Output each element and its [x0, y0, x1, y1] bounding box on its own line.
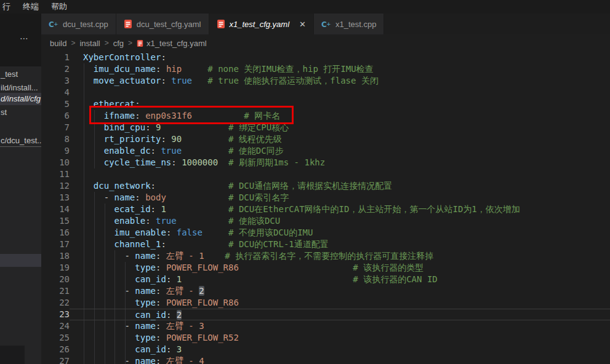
- code-text: enable: true # 使能该DCU: [83, 215, 610, 227]
- code-token: 3: [177, 344, 182, 354]
- code-token: :: [166, 344, 177, 354]
- code-token: type: [135, 333, 156, 342]
- line-content: dcu_network: # DCU通信网络，请根据实机连接情况配置: [70, 180, 610, 192]
- menu-item-1[interactable]: 终端: [17, 0, 45, 14]
- breadcrumb-segment-cfg[interactable]: cfg: [113, 39, 124, 48]
- code-line-22[interactable]: 22 type: POWER_FLOW_R86: [41, 297, 610, 309]
- tab-dcu_test.cpp[interactable]: C++dcu_test.cpp: [41, 14, 116, 34]
- code-line-6[interactable]: 6 ifname: enp0s31f6 # 网卡名: [41, 110, 610, 122]
- code-text: can_id: 1 # 该执行器的CAN ID: [83, 274, 610, 285]
- code-line-25[interactable]: 25 type: POWER_FLOW_R52: [41, 332, 610, 344]
- more-actions-icon[interactable]: ⋯: [20, 33, 29, 43]
- code-line-15[interactable]: 15 enable: true # 使能该DCU: [41, 215, 610, 227]
- code-text: - name: 左臂 - 2: [83, 285, 610, 297]
- sidebar-item-4[interactable]: c/dcu_test...: [0, 135, 41, 147]
- code-token: -: [124, 286, 135, 296]
- code-line-5[interactable]: 5 ethercat:: [41, 98, 610, 110]
- code-line-21[interactable]: 21 - name: 左臂 - 2: [41, 285, 610, 297]
- code-line-24[interactable]: 24 - name: 左臂 - 3: [41, 320, 610, 332]
- code-line-27[interactable]: 27 - name: 左臂 - 4: [41, 355, 610, 364]
- breadcrumb-segment-build[interactable]: build: [50, 39, 66, 48]
- code-line-16[interactable]: 16 imu_enable: false # 不使用该DCU的IMU: [41, 227, 610, 239]
- code-token: [83, 111, 104, 121]
- code-line-8[interactable]: 8 rt_priority: 90 # 线程优先级: [41, 133, 610, 145]
- code-line-12[interactable]: 12 dcu_network: # DCU通信网络，请根据实机连接情况配置: [41, 180, 610, 192]
- code-token: [83, 76, 94, 85]
- code-line-13[interactable]: 13 - name: body # DCU索引名字: [41, 192, 610, 204]
- line-content: [70, 87, 610, 98]
- code-token: :: [166, 274, 177, 284]
- sidebar-item-2[interactable]: d/install/cfg: [0, 93, 41, 105]
- code-token: [83, 310, 135, 320]
- code-text: - name: 左臂 - 3: [83, 320, 610, 332]
- code-token: :: [161, 52, 166, 62]
- code-line-26[interactable]: 26 can_id: 3: [41, 344, 610, 355]
- code-token: :: [161, 134, 171, 144]
- breadcrumb-file[interactable]: x1_test_cfg.yaml: [137, 39, 207, 48]
- code-token: # 不使用该DCU的IMU: [228, 228, 313, 237]
- line-number: 13: [41, 192, 70, 204]
- tab-dcu_test_cfg.yaml[interactable]: dcu_test_cfg.yaml: [116, 14, 209, 34]
- code-line-10[interactable]: 10 cycle_time_ns: 1000000 # 刷新周期1ms - 1k…: [41, 157, 610, 168]
- code-text: ecat_id: 1 # DCU在EtherCAT网络中的ID，从主站开始，第一…: [83, 204, 610, 215]
- tab-x1_test_cfg.yaml[interactable]: x1_test_cfg.yaml✕: [209, 14, 314, 34]
- menu-item-2[interactable]: 帮助: [45, 0, 73, 14]
- line-number: 8: [41, 133, 70, 145]
- line-content: can_id: 2: [70, 309, 610, 320]
- code-line-19[interactable]: 19 type: POWER_FLOW_R86 # 该执行器的类型: [41, 262, 610, 274]
- code-token: 1000000: [182, 157, 218, 167]
- code-line-18[interactable]: 18 - name: 左臂 - 1 # 执行器索引名字，不需要控制的执行器可直接…: [41, 250, 610, 262]
- line-content: type: POWER_FLOW_R52: [70, 332, 610, 344]
- tab-x1_test.cpp[interactable]: C++x1_test.cpp: [314, 14, 385, 34]
- code-line-9[interactable]: 9 enable_dc: true # 使能DC同步: [41, 145, 610, 157]
- menu-bar: 行终端帮助: [0, 0, 610, 14]
- code-token: POWER_FLOW_R86: [166, 298, 239, 307]
- code-text: imu_dcu_name: hip # none 关闭IMU检查，hip 打开I…: [83, 63, 610, 75]
- code-token: 1: [161, 204, 166, 214]
- code-token: name: [135, 286, 156, 296]
- close-icon[interactable]: ✕: [299, 20, 306, 29]
- line-content: bind_cpu: 9 # 绑定CPU核心: [70, 122, 610, 133]
- tab-label: x1_test_cfg.yaml: [230, 20, 290, 29]
- code-token: [83, 216, 114, 226]
- code-token: [239, 263, 353, 272]
- line-content: ecat_id: 1 # DCU在EtherCAT网络中的ID，从主站开始，第一…: [70, 204, 610, 215]
- code-token: move_actuator: [94, 76, 161, 85]
- line-number: 11: [41, 168, 70, 180]
- sidebar-item-0[interactable]: _test: [0, 68, 41, 81]
- code-token: # none 关闭IMU检查，hip 打开IMU检查: [207, 64, 373, 74]
- code-token: :: [151, 181, 156, 191]
- code-token: 左臂 - 4: [166, 356, 204, 364]
- code-token: 2: [177, 310, 182, 320]
- tab-label: x1_test.cpp: [335, 20, 377, 29]
- code-line-7[interactable]: 7 bind_cpu: 9 # 绑定CPU核心: [41, 122, 610, 133]
- sidebar-item-1[interactable]: ild/install...: [0, 82, 41, 94]
- code-text: - name: 左臂 - 1 # 执行器索引名字，不需要控制的执行器可直接注释掉: [83, 250, 610, 262]
- code-text: - name: 左臂 - 4: [83, 355, 610, 364]
- code-token: channel_1: [114, 239, 161, 249]
- tab-label: dcu_test.cpp: [63, 20, 108, 29]
- code-line-17[interactable]: 17 channel_1: # DCU的CTRL-1通道配置: [41, 239, 610, 250]
- code-token: [83, 263, 135, 272]
- code-line-14[interactable]: 14 ecat_id: 1 # DCU在EtherCAT网络中的ID，从主站开始…: [41, 204, 610, 215]
- code-line-4[interactable]: 4: [41, 87, 610, 98]
- code-token: # 绑定CPU核心: [228, 122, 289, 132]
- code-line-3[interactable]: 3 move_actuator: true # true 使能执行器运动测试，f…: [41, 75, 610, 87]
- code-line-11[interactable]: 11: [41, 168, 610, 180]
- menu-item-0[interactable]: 行: [0, 0, 17, 14]
- code-token: -: [104, 192, 114, 202]
- code-token: [83, 298, 135, 307]
- code-editor[interactable]: 1XyberController:2 imu_dcu_name: hip # n…: [41, 52, 610, 364]
- sidebar-item-5[interactable]: [0, 254, 41, 267]
- code-token: type: [135, 298, 156, 307]
- code-token: :: [156, 356, 166, 364]
- code-token: :: [145, 122, 156, 132]
- sidebar-item-3[interactable]: st: [0, 106, 41, 119]
- code-line-20[interactable]: 20 can_id: 1 # 该执行器的CAN ID: [41, 274, 610, 285]
- code-line-23[interactable]: 23 can_id: 2: [41, 309, 610, 320]
- breadcrumb: build>install>cfg>x1_test_cfg.yaml: [41, 34, 610, 52]
- breadcrumb-segment-install[interactable]: install: [79, 39, 100, 48]
- code-line-1[interactable]: 1XyberController:: [41, 52, 610, 63]
- code-token: [192, 76, 207, 85]
- code-line-2[interactable]: 2 imu_dcu_name: hip # none 关闭IMU检查，hip 打…: [41, 63, 610, 75]
